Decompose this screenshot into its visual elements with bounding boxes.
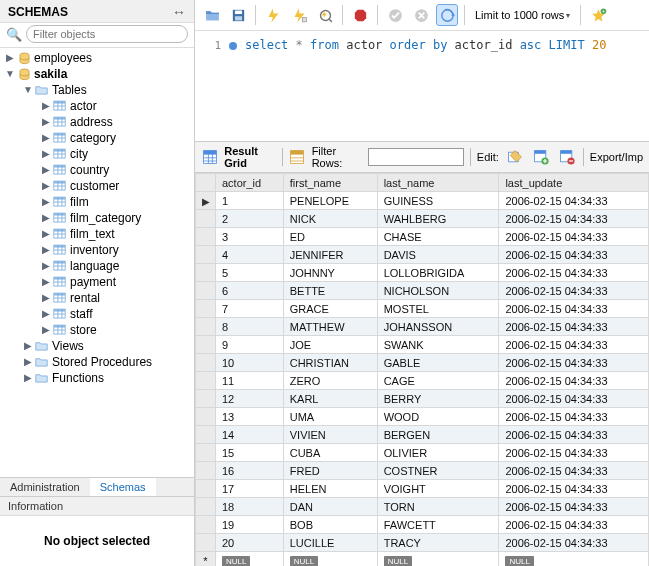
row-selector[interactable] (196, 300, 216, 318)
tab-administration[interactable]: Administration (0, 478, 90, 496)
save-button[interactable] (227, 4, 249, 26)
cell[interactable]: 13 (216, 408, 284, 426)
cell[interactable]: SWANK (377, 336, 499, 354)
cell[interactable]: 18 (216, 498, 284, 516)
row-selector[interactable] (196, 408, 216, 426)
table-row[interactable]: 5JOHNNYLOLLOBRIGIDA2006-02-15 04:34:33 (196, 264, 649, 282)
cell[interactable]: 2006-02-15 04:34:33 (499, 354, 649, 372)
chevron-right-icon[interactable]: ▶ (22, 370, 34, 386)
chevron-down-icon[interactable]: ▼ (22, 82, 34, 98)
cell[interactable]: CAGE (377, 372, 499, 390)
cell-null[interactable]: NULL (499, 552, 649, 567)
tree-schema-employees[interactable]: ▶employees (0, 50, 194, 66)
cell-null[interactable]: NULL (283, 552, 377, 567)
cell[interactable]: ZERO (283, 372, 377, 390)
schema-filter-input[interactable] (26, 25, 188, 43)
cell[interactable]: GUINESS (377, 192, 499, 210)
table-row[interactable]: 4JENNIFERDAVIS2006-02-15 04:34:33 (196, 246, 649, 264)
favorite-button[interactable]: + (587, 4, 609, 26)
cell[interactable]: 2006-02-15 04:34:33 (499, 534, 649, 552)
tree-table-store[interactable]: ▶store (0, 322, 194, 338)
cell[interactable]: 2006-02-15 04:34:33 (499, 498, 649, 516)
cell[interactable]: 2006-02-15 04:34:33 (499, 318, 649, 336)
cell[interactable]: 2006-02-15 04:34:33 (499, 282, 649, 300)
tree-table-rental[interactable]: ▶rental (0, 290, 194, 306)
table-row[interactable]: 15CUBAOLIVIER2006-02-15 04:34:33 (196, 444, 649, 462)
chevron-right-icon[interactable]: ▶ (40, 98, 52, 114)
cell[interactable]: 2006-02-15 04:34:33 (499, 336, 649, 354)
result-grid[interactable]: actor_idfirst_namelast_namelast_update▶1… (195, 173, 649, 566)
cell[interactable]: 17 (216, 480, 284, 498)
tree-table-staff[interactable]: ▶staff (0, 306, 194, 322)
cell[interactable]: 11 (216, 372, 284, 390)
row-selector[interactable] (196, 498, 216, 516)
cell[interactable]: 15 (216, 444, 284, 462)
row-selector[interactable] (196, 336, 216, 354)
cell[interactable]: JOHANSSON (377, 318, 499, 336)
sql-code[interactable]: select * from actor order by actor_id as… (245, 35, 606, 52)
cell[interactable]: 8 (216, 318, 284, 336)
tree-folder-tables[interactable]: ▼Tables (0, 82, 194, 98)
chevron-right-icon[interactable]: ▶ (40, 130, 52, 146)
chevron-right-icon[interactable]: ▶ (40, 274, 52, 290)
row-selector[interactable] (196, 480, 216, 498)
filter-rows-input[interactable] (368, 148, 464, 166)
cell[interactable]: 4 (216, 246, 284, 264)
cell[interactable]: TORN (377, 498, 499, 516)
cell-null[interactable]: NULL (377, 552, 499, 567)
chevron-right-icon[interactable]: ▶ (40, 290, 52, 306)
cell[interactable]: 6 (216, 282, 284, 300)
cell[interactable]: JOHNNY (283, 264, 377, 282)
tree-table-language[interactable]: ▶language (0, 258, 194, 274)
cell[interactable]: GRACE (283, 300, 377, 318)
cell[interactable]: BOB (283, 516, 377, 534)
cell[interactable]: COSTNER (377, 462, 499, 480)
cell[interactable]: 2006-02-15 04:34:33 (499, 480, 649, 498)
row-limit-dropdown[interactable]: Limit to 1000 rows▾ (471, 9, 574, 21)
cell[interactable]: NICHOLSON (377, 282, 499, 300)
table-row[interactable]: 2NICKWAHLBERG2006-02-15 04:34:33 (196, 210, 649, 228)
add-row-button[interactable] (531, 147, 551, 167)
cell[interactable]: DAVIS (377, 246, 499, 264)
chevron-down-icon[interactable]: ▼ (4, 66, 16, 82)
edit-row-button[interactable] (505, 147, 525, 167)
table-row[interactable]: 11ZEROCAGE2006-02-15 04:34:33 (196, 372, 649, 390)
cell[interactable]: 1 (216, 192, 284, 210)
tree-schema-sakila[interactable]: ▼sakila (0, 66, 194, 82)
chevron-right-icon[interactable]: ▶ (40, 226, 52, 242)
table-row[interactable]: 3EDCHASE2006-02-15 04:34:33 (196, 228, 649, 246)
cell[interactable]: TRACY (377, 534, 499, 552)
result-grid-icon[interactable] (201, 147, 218, 167)
table-row[interactable]: 20LUCILLETRACY2006-02-15 04:34:33 (196, 534, 649, 552)
chevron-right-icon[interactable]: ▶ (40, 242, 52, 258)
cell[interactable]: 2006-02-15 04:34:33 (499, 192, 649, 210)
column-header-last_update[interactable]: last_update (499, 174, 649, 192)
cell[interactable]: WOOD (377, 408, 499, 426)
autocommit-button[interactable] (436, 4, 458, 26)
chevron-right-icon[interactable]: ▶ (40, 210, 52, 226)
cell[interactable]: LUCILLE (283, 534, 377, 552)
row-selector[interactable] (196, 426, 216, 444)
collapse-icon[interactable]: ↔ (172, 4, 186, 20)
open-file-button[interactable] (201, 4, 223, 26)
cell[interactable]: BETTE (283, 282, 377, 300)
cell[interactable]: 9 (216, 336, 284, 354)
chevron-right-icon[interactable]: ▶ (4, 50, 16, 66)
tree-table-film_category[interactable]: ▶film_category (0, 210, 194, 226)
cell[interactable]: PENELOPE (283, 192, 377, 210)
cell[interactable]: CHRISTIAN (283, 354, 377, 372)
cell[interactable]: KARL (283, 390, 377, 408)
chevron-right-icon[interactable]: ▶ (40, 258, 52, 274)
cell[interactable]: 14 (216, 426, 284, 444)
column-header-last_name[interactable]: last_name (377, 174, 499, 192)
cell[interactable]: 2006-02-15 04:34:33 (499, 300, 649, 318)
cell[interactable]: 2 (216, 210, 284, 228)
tree-table-inventory[interactable]: ▶inventory (0, 242, 194, 258)
tab-schemas[interactable]: Schemas (90, 477, 156, 496)
cell[interactable]: 2006-02-15 04:34:33 (499, 516, 649, 534)
table-row[interactable]: 14VIVIENBERGEN2006-02-15 04:34:33 (196, 426, 649, 444)
row-selector[interactable]: * (196, 552, 216, 567)
cell[interactable]: 12 (216, 390, 284, 408)
row-selector[interactable] (196, 264, 216, 282)
row-selector[interactable]: ▶ (196, 192, 216, 210)
